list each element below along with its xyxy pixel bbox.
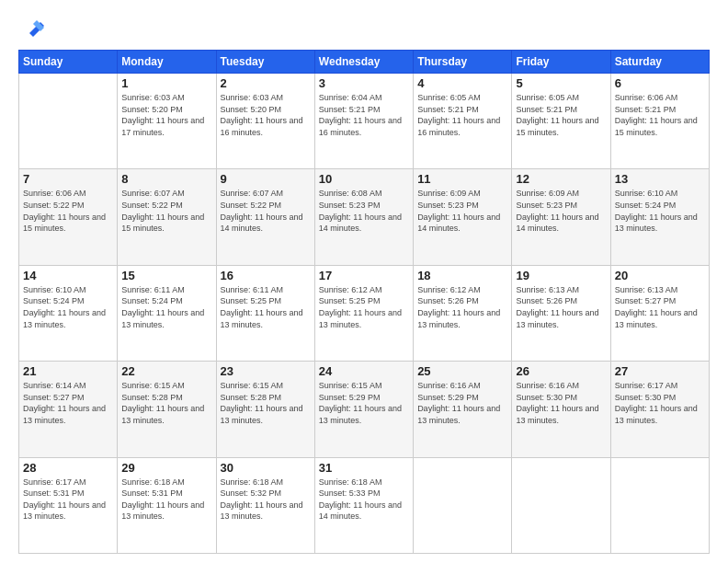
- day-number: 14: [23, 269, 113, 282]
- calendar-cell: 5Sunrise: 6:05 AMSunset: 5:21 PMDaylight…: [512, 74, 610, 169]
- day-number: 2: [221, 76, 311, 90]
- day-info: Sunrise: 6:05 AMSunset: 5:21 PMDaylight:…: [417, 92, 507, 138]
- weekday-header: Friday: [512, 51, 610, 74]
- calendar-week-row: 1Sunrise: 6:03 AMSunset: 5:20 PMDaylight…: [19, 74, 710, 169]
- day-info: Sunrise: 6:10 AMSunset: 5:24 PMDaylight:…: [23, 284, 113, 330]
- day-info: Sunrise: 6:05 AMSunset: 5:21 PMDaylight:…: [516, 92, 606, 138]
- weekday-header: Saturday: [610, 51, 709, 74]
- day-info: Sunrise: 6:06 AMSunset: 5:21 PMDaylight:…: [615, 92, 705, 138]
- calendar-cell: 30Sunrise: 6:18 AMSunset: 5:32 PMDayligh…: [216, 457, 314, 553]
- day-number: 29: [121, 461, 211, 475]
- calendar-cell: 19Sunrise: 6:13 AMSunset: 5:26 PMDayligh…: [512, 265, 610, 361]
- calendar-header-row: SundayMondayTuesdayWednesdayThursdayFrid…: [19, 51, 710, 74]
- page: SundayMondayTuesdayWednesdayThursdayFrid…: [0, 0, 728, 563]
- day-info: Sunrise: 6:18 AMSunset: 5:32 PMDaylight:…: [221, 477, 311, 523]
- calendar-week-row: 28Sunrise: 6:17 AMSunset: 5:31 PMDayligh…: [19, 457, 710, 553]
- calendar-cell: 4Sunrise: 6:05 AMSunset: 5:21 PMDaylight…: [414, 74, 512, 169]
- weekday-header: Sunday: [19, 51, 118, 74]
- day-info: Sunrise: 6:08 AMSunset: 5:23 PMDaylight:…: [319, 188, 409, 234]
- day-number: 20: [615, 269, 705, 282]
- day-number: 13: [615, 172, 705, 186]
- logo: [18, 17, 48, 40]
- logo-icon: [22, 15, 48, 40]
- day-number: 9: [221, 172, 311, 186]
- calendar-cell: 27Sunrise: 6:17 AMSunset: 5:30 PMDayligh…: [610, 362, 709, 457]
- day-info: Sunrise: 6:09 AMSunset: 5:23 PMDaylight:…: [417, 188, 507, 234]
- calendar-cell: 10Sunrise: 6:08 AMSunset: 5:23 PMDayligh…: [314, 169, 413, 265]
- calendar-cell: 9Sunrise: 6:07 AMSunset: 5:22 PMDaylight…: [216, 169, 314, 265]
- day-info: Sunrise: 6:03 AMSunset: 5:20 PMDaylight:…: [121, 92, 211, 138]
- day-info: Sunrise: 6:11 AMSunset: 5:24 PMDaylight:…: [121, 284, 211, 330]
- calendar-cell: 3Sunrise: 6:04 AMSunset: 5:21 PMDaylight…: [314, 74, 413, 169]
- day-number: 23: [221, 364, 311, 378]
- calendar-week-row: 14Sunrise: 6:10 AMSunset: 5:24 PMDayligh…: [19, 265, 710, 361]
- day-number: 16: [221, 269, 311, 282]
- day-info: Sunrise: 6:16 AMSunset: 5:29 PMDaylight:…: [417, 380, 507, 426]
- day-number: 19: [516, 269, 606, 282]
- calendar-cell: 16Sunrise: 6:11 AMSunset: 5:25 PMDayligh…: [216, 265, 314, 361]
- day-info: Sunrise: 6:04 AMSunset: 5:21 PMDaylight:…: [319, 92, 409, 138]
- calendar-week-row: 7Sunrise: 6:06 AMSunset: 5:22 PMDaylight…: [19, 169, 710, 265]
- calendar-cell: 28Sunrise: 6:17 AMSunset: 5:31 PMDayligh…: [19, 457, 118, 553]
- day-info: Sunrise: 6:11 AMSunset: 5:25 PMDaylight:…: [221, 284, 311, 330]
- calendar-cell: [512, 457, 610, 553]
- day-number: 4: [417, 76, 507, 90]
- day-info: Sunrise: 6:15 AMSunset: 5:28 PMDaylight:…: [221, 380, 311, 426]
- calendar-cell: 12Sunrise: 6:09 AMSunset: 5:23 PMDayligh…: [512, 169, 610, 265]
- day-info: Sunrise: 6:13 AMSunset: 5:27 PMDaylight:…: [615, 284, 705, 330]
- day-number: 10: [319, 172, 409, 186]
- day-number: 27: [615, 364, 705, 378]
- calendar-cell: 29Sunrise: 6:18 AMSunset: 5:31 PMDayligh…: [118, 457, 216, 553]
- day-info: Sunrise: 6:14 AMSunset: 5:27 PMDaylight:…: [23, 380, 113, 426]
- day-info: Sunrise: 6:18 AMSunset: 5:31 PMDaylight:…: [121, 477, 211, 523]
- day-info: Sunrise: 6:03 AMSunset: 5:20 PMDaylight:…: [221, 92, 311, 138]
- day-number: 5: [516, 76, 606, 90]
- calendar-table: SundayMondayTuesdayWednesdayThursdayFrid…: [18, 50, 710, 554]
- day-info: Sunrise: 6:07 AMSunset: 5:22 PMDaylight:…: [121, 188, 211, 234]
- day-info: Sunrise: 6:15 AMSunset: 5:28 PMDaylight:…: [121, 380, 211, 426]
- day-number: 1: [121, 76, 211, 90]
- calendar-week-row: 21Sunrise: 6:14 AMSunset: 5:27 PMDayligh…: [19, 362, 710, 457]
- calendar-cell: 24Sunrise: 6:15 AMSunset: 5:29 PMDayligh…: [314, 362, 413, 457]
- day-number: 28: [23, 461, 113, 475]
- day-number: 24: [319, 364, 409, 378]
- calendar-cell: 11Sunrise: 6:09 AMSunset: 5:23 PMDayligh…: [414, 169, 512, 265]
- day-info: Sunrise: 6:17 AMSunset: 5:30 PMDaylight:…: [615, 380, 705, 426]
- day-number: 17: [319, 269, 409, 282]
- day-number: 3: [319, 76, 409, 90]
- calendar-cell: 6Sunrise: 6:06 AMSunset: 5:21 PMDaylight…: [610, 74, 709, 169]
- calendar-cell: 1Sunrise: 6:03 AMSunset: 5:20 PMDaylight…: [118, 74, 216, 169]
- day-number: 30: [221, 461, 311, 475]
- day-info: Sunrise: 6:07 AMSunset: 5:22 PMDaylight:…: [221, 188, 311, 234]
- calendar-cell: 2Sunrise: 6:03 AMSunset: 5:20 PMDaylight…: [216, 74, 314, 169]
- day-info: Sunrise: 6:06 AMSunset: 5:22 PMDaylight:…: [23, 188, 113, 234]
- day-number: 6: [615, 76, 705, 90]
- calendar-cell: 17Sunrise: 6:12 AMSunset: 5:25 PMDayligh…: [314, 265, 413, 361]
- weekday-header: Wednesday: [314, 51, 413, 74]
- day-info: Sunrise: 6:18 AMSunset: 5:33 PMDaylight:…: [319, 477, 409, 523]
- calendar-cell: 22Sunrise: 6:15 AMSunset: 5:28 PMDayligh…: [118, 362, 216, 457]
- calendar-cell: [610, 457, 709, 553]
- day-info: Sunrise: 6:10 AMSunset: 5:24 PMDaylight:…: [615, 188, 705, 234]
- calendar-cell: 18Sunrise: 6:12 AMSunset: 5:26 PMDayligh…: [414, 265, 512, 361]
- calendar-cell: 13Sunrise: 6:10 AMSunset: 5:24 PMDayligh…: [610, 169, 709, 265]
- day-info: Sunrise: 6:13 AMSunset: 5:26 PMDaylight:…: [516, 284, 606, 330]
- day-number: 22: [121, 364, 211, 378]
- day-number: 25: [417, 364, 507, 378]
- calendar-cell: 31Sunrise: 6:18 AMSunset: 5:33 PMDayligh…: [314, 457, 413, 553]
- calendar-cell: 7Sunrise: 6:06 AMSunset: 5:22 PMDaylight…: [19, 169, 118, 265]
- calendar-cell: 21Sunrise: 6:14 AMSunset: 5:27 PMDayligh…: [19, 362, 118, 457]
- day-info: Sunrise: 6:09 AMSunset: 5:23 PMDaylight:…: [516, 188, 606, 234]
- day-number: 7: [23, 172, 113, 186]
- header: [18, 17, 710, 40]
- calendar-cell: 20Sunrise: 6:13 AMSunset: 5:27 PMDayligh…: [610, 265, 709, 361]
- day-info: Sunrise: 6:16 AMSunset: 5:30 PMDaylight:…: [516, 380, 606, 426]
- weekday-header: Tuesday: [216, 51, 314, 74]
- day-number: 26: [516, 364, 606, 378]
- day-info: Sunrise: 6:15 AMSunset: 5:29 PMDaylight:…: [319, 380, 409, 426]
- calendar-cell: [414, 457, 512, 553]
- day-number: 31: [319, 461, 409, 475]
- calendar-cell: 8Sunrise: 6:07 AMSunset: 5:22 PMDaylight…: [118, 169, 216, 265]
- day-number: 21: [23, 364, 113, 378]
- day-number: 8: [121, 172, 211, 186]
